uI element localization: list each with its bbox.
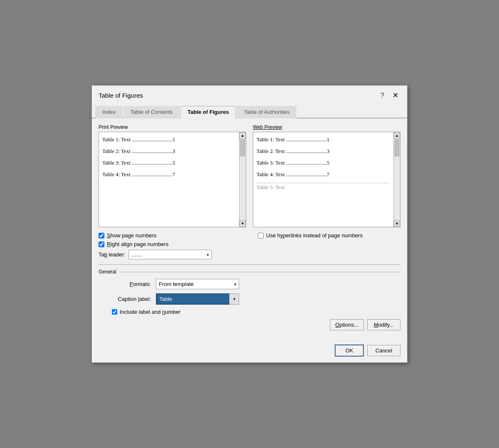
print-preview-item-3: Table 3: Text ..........................… <box>102 160 236 166</box>
options-row: Show page numbers Right align page numbe… <box>99 232 400 259</box>
use-hyperlinks-checkbox[interactable] <box>258 233 264 239</box>
title-bar-controls: ? ✕ <box>378 91 400 100</box>
caption-label-select[interactable]: Table Figure Equation <box>156 293 239 305</box>
options-left: Show page numbers Right align page numbe… <box>99 232 241 259</box>
web-scroll-down-arrow[interactable]: ▼ <box>394 220 400 227</box>
show-page-numbers-label: Show page numbers <box>107 232 156 239</box>
tab-leader-dropdown-wrapper: ....... (none) - - - - - _______ <box>128 250 212 259</box>
ok-button[interactable]: OK <box>335 345 364 357</box>
tab-index[interactable]: Index <box>95 106 123 118</box>
show-page-numbers-row: Show page numbers <box>99 232 241 239</box>
include-label-label: Include label and number <box>120 309 180 315</box>
table-of-figures-dialog: Table of Figures ? ✕ Index Table of Cont… <box>91 85 408 363</box>
web-scroll-track <box>394 157 400 220</box>
include-label-row: Include label and number <box>99 309 400 315</box>
web-preview-item-2: Table 2: Text ..........................… <box>257 148 390 155</box>
caption-label-wrapper: Table Figure Equation ▾ <box>156 293 239 305</box>
caption-label-row: Caption label: Table Figure Equation ▾ <box>99 293 400 305</box>
scroll-thumb[interactable] <box>240 140 245 156</box>
options-button[interactable]: Options... <box>330 319 364 330</box>
close-button[interactable]: ✕ <box>390 91 400 100</box>
caption-label-label: Caption label: <box>105 296 151 302</box>
bottom-buttons: OK Cancel <box>92 340 407 362</box>
tab-leader-row: Tab leader: ....... (none) - - - - - ___… <box>99 250 241 259</box>
formats-row: Formats: From template Classic Distincti… <box>99 279 400 289</box>
formats-dropdown-wrapper: From template Classic Distinctive Center… <box>156 279 239 289</box>
print-preview-label: Print Preview <box>99 124 246 130</box>
cancel-button[interactable]: Cancel <box>367 345 400 356</box>
options-right: Use hyperlinks instead of page numbers <box>258 232 400 259</box>
right-align-checkbox[interactable] <box>99 241 104 247</box>
use-hyperlinks-label-text: Use hyperlinks instead of page numbers <box>266 232 363 239</box>
web-preview-item-3: Table 3: Text ..........................… <box>257 160 390 166</box>
print-preview-scrollbar[interactable]: ▲ ▼ <box>239 132 246 227</box>
dialog-title: Table of Figures <box>99 92 143 99</box>
tab-tof[interactable]: Table of Figures <box>180 106 236 118</box>
print-preview-panel: Print Preview Table 1: Text ............… <box>99 124 246 227</box>
tab-toa[interactable]: Table of Authorities <box>237 106 296 118</box>
web-preview-label: Web Preview <box>253 124 400 130</box>
print-preview-box: Table 1: Text ..........................… <box>99 132 246 227</box>
general-section: General Formats: From template Classic D… <box>99 269 400 315</box>
web-preview-panel: Web Preview Table 1: Text ..............… <box>253 124 400 227</box>
web-preview-box: Table 1: Text ..........................… <box>253 132 400 227</box>
scroll-down-arrow[interactable]: ▼ <box>240 220 246 227</box>
print-preview-item-4: Table 4: Text ..........................… <box>102 171 236 178</box>
tab-toc[interactable]: Table of Contents <box>124 106 180 118</box>
tab-leader-select[interactable]: ....... (none) - - - - - _______ <box>128 250 212 259</box>
right-align-row: Right align page numbers <box>99 241 241 247</box>
web-preview-content: Table 1: Text ..........................… <box>253 132 393 227</box>
general-section-label: General <box>99 269 400 275</box>
print-preview-content: Table 1: Text ..........................… <box>99 132 239 227</box>
formats-label: Formats: <box>105 281 151 287</box>
formats-select[interactable]: From template Classic Distinctive Center… <box>156 279 239 289</box>
web-preview-item-1: Table 1: Text ..........................… <box>257 136 390 143</box>
tab-leader-label: Tab leader: <box>99 251 125 258</box>
title-bar: Table of Figures ? ✕ <box>92 86 407 103</box>
include-label-checkbox[interactable] <box>112 309 117 315</box>
right-align-label-text: ight align page numbers <box>111 241 168 247</box>
web-scroll-thumb[interactable] <box>395 140 399 156</box>
separator <box>99 264 400 265</box>
action-buttons: Options... Modify... <box>99 319 400 330</box>
scroll-up-arrow[interactable]: ▲ <box>240 132 246 139</box>
modify-button[interactable]: Modify... <box>367 319 400 330</box>
web-preview-item-5: Table 5: Text <box>257 183 390 191</box>
tab-bar: Index Table of Contents Table of Figures… <box>92 105 407 118</box>
help-button[interactable]: ? <box>378 91 387 100</box>
scroll-track <box>240 157 246 220</box>
web-scroll-up-arrow[interactable]: ▲ <box>394 132 400 139</box>
web-preview-item-4: Table 4: Text ..........................… <box>257 171 390 178</box>
print-preview-item-2: Table 2: Text ..........................… <box>102 148 236 155</box>
preview-row: Print Preview Table 1: Text ............… <box>99 124 400 227</box>
web-preview-scrollbar[interactable]: ▲ ▼ <box>393 132 400 227</box>
show-page-numbers-checkbox[interactable] <box>99 233 104 239</box>
dialog-content: Print Preview Table 1: Text ............… <box>92 118 407 340</box>
use-hyperlinks-label: Use hyperlinks instead of page numbers <box>266 232 363 239</box>
use-hyperlinks-row: Use hyperlinks instead of page numbers <box>258 232 400 239</box>
right-align-label: Right align page numbers <box>107 241 168 247</box>
print-preview-item-1: Table 1: Text ..........................… <box>102 136 236 143</box>
